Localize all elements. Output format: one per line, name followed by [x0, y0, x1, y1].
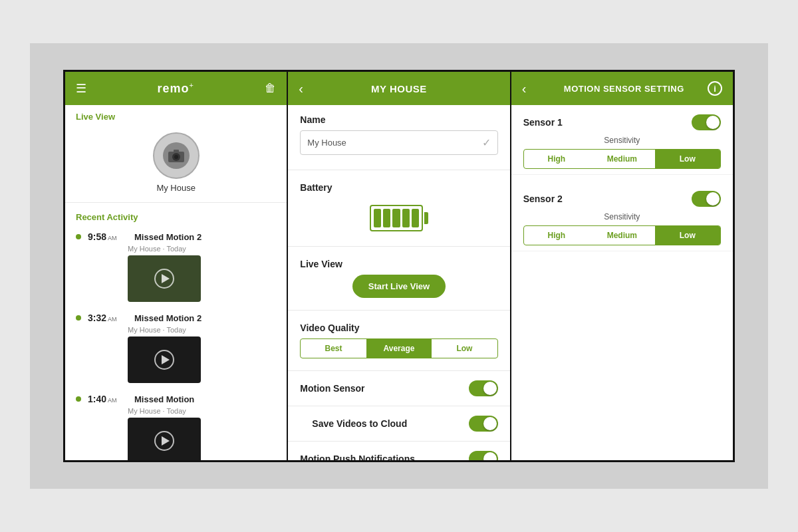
- video-thumb-1[interactable]: [128, 255, 201, 302]
- sensor1-segmented: High Medium Low: [523, 149, 721, 169]
- activity-row-1: 9:58 AM Missed Motion 2: [76, 231, 276, 242]
- name-input-wrap[interactable]: ✓: [300, 130, 497, 155]
- battery-section: Battery: [288, 173, 509, 243]
- motion-sensor-row: Motion Sensor: [288, 374, 509, 403]
- motion-sensor-label: Motion Sensor: [300, 383, 364, 394]
- name-label: Name: [300, 114, 497, 125]
- panel3-back-button[interactable]: ‹: [522, 81, 541, 96]
- panel2-header: ‹ MY HOUSE: [288, 72, 509, 105]
- activity-title-2: Missed Motion 2: [134, 313, 201, 323]
- panel2-back-button[interactable]: ‹: [299, 81, 317, 96]
- logo-text: remo: [157, 82, 189, 95]
- play-triangle-2: [162, 355, 170, 364]
- activity-item-2[interactable]: 3:32 AM Missed Motion 2 My House · Today: [65, 307, 287, 388]
- app-logo: remo+: [86, 81, 265, 96]
- video-quality-low[interactable]: Low: [432, 339, 497, 358]
- video-thumb-2[interactable]: [128, 336, 201, 383]
- play-button-2[interactable]: [154, 350, 174, 370]
- sensor2-section: Sensor 2 Sensitivity High Medium Low: [511, 182, 733, 251]
- divider-live-view: [288, 310, 509, 311]
- divider-sv: [288, 441, 509, 442]
- play-button-3[interactable]: [154, 431, 174, 451]
- divider-battery: [288, 246, 509, 247]
- sensor1-toggle[interactable]: [692, 114, 721, 130]
- motion-push-label: Motion Push Notifications: [300, 454, 415, 460]
- sensor1-sensitivity-label: Sensitivity: [523, 136, 721, 145]
- time-block-2: 3:32 AM: [88, 313, 128, 323]
- motion-sensor-toggle[interactable]: [469, 380, 498, 396]
- activity-dot-3: [76, 396, 81, 402]
- hamburger-icon[interactable]: ☰: [76, 81, 86, 96]
- play-triangle-3: [162, 436, 170, 446]
- time-main-2: 3:32: [88, 313, 106, 323]
- panel2-body: Name ✓ Battery: [288, 105, 509, 460]
- activity-title-1: Missed Motion 2: [134, 232, 201, 242]
- motion-push-row: Motion Push Notifications: [288, 444, 509, 460]
- battery-bar-4: [402, 209, 410, 227]
- camera-thumbnail[interactable]: [153, 132, 200, 179]
- name-section: Name ✓: [288, 105, 509, 167]
- video-thumb-3[interactable]: [128, 418, 201, 460]
- motion-push-toggle[interactable]: [469, 451, 498, 460]
- svg-point-3: [174, 155, 178, 159]
- time-block-3: 1:40 AM: [88, 394, 128, 404]
- sensor2-medium[interactable]: Medium: [589, 226, 654, 245]
- svg-rect-4: [174, 150, 179, 152]
- sensor1-medium[interactable]: Medium: [589, 150, 654, 168]
- video-quality-best[interactable]: Best: [301, 339, 366, 358]
- panel3-header: ‹ MOTION SENSOR SETTING i: [511, 72, 733, 105]
- name-input[interactable]: [307, 138, 481, 148]
- sensor2-low[interactable]: Low: [655, 226, 720, 245]
- sensor2-high[interactable]: High: [524, 226, 589, 245]
- camera-image: [163, 142, 190, 169]
- play-button-1[interactable]: [154, 269, 174, 289]
- battery-cap: [424, 212, 428, 224]
- outer-wrapper: ☰ remo+ 🗑 Live View: [30, 43, 768, 489]
- logo-plus: +: [189, 81, 194, 89]
- panel-motion-sensor: ‹ MOTION SENSOR SETTING i Sensor 1 Sensi…: [511, 72, 733, 460]
- sensor2-toggle[interactable]: [692, 191, 721, 207]
- save-videos-toggle[interactable]: [469, 416, 498, 432]
- activity-sub-2: My House · Today: [76, 326, 276, 334]
- video-quality-average[interactable]: Average: [366, 339, 432, 358]
- sensor1-high[interactable]: High: [524, 150, 589, 168]
- divider-name: [288, 170, 509, 170]
- trash-icon[interactable]: 🗑: [265, 82, 276, 95]
- activity-sub-1: My House · Today: [76, 245, 276, 253]
- activity-title-3: Missed Motion: [134, 394, 194, 404]
- panel2-title: MY HOUSE: [317, 83, 480, 94]
- activity-item-3[interactable]: 1:40 AM Missed Motion My House · Today: [65, 388, 287, 460]
- camera-preview: My House: [65, 126, 287, 200]
- screens-container: ☰ remo+ 🗑 Live View: [63, 70, 735, 462]
- sensor1-low[interactable]: Low: [655, 150, 720, 168]
- video-quality-label: Video Quality: [300, 323, 497, 333]
- battery-bar-2: [383, 209, 390, 227]
- activity-row-3: 1:40 AM Missed Motion: [76, 394, 276, 404]
- activity-sub-3: My House · Today: [76, 407, 276, 415]
- save-videos-row: Save Videos to Cloud: [288, 409, 509, 438]
- play-triangle-1: [162, 274, 170, 283]
- camera-name: My House: [156, 183, 196, 193]
- activity-item-1[interactable]: 9:58 AM Missed Motion 2 My House · Today: [65, 226, 287, 307]
- live-view-label: Live View: [65, 105, 287, 126]
- divider-ms: [288, 406, 509, 406]
- sensor1-label: Sensor 1: [523, 117, 563, 128]
- battery-display: [300, 198, 497, 234]
- recent-activity-label: Recent Activity: [65, 205, 287, 226]
- sensor2-label: Sensor 2: [523, 194, 563, 204]
- time-main-3: 1:40: [88, 394, 106, 404]
- panel1-body: Live View My House Recent Activi: [65, 105, 287, 460]
- panel-my-house: ‹ MY HOUSE Name ✓ Battery: [288, 72, 511, 460]
- panel-live-view: ☰ remo+ 🗑 Live View: [65, 72, 288, 460]
- sensor2-sensitivity-label: Sensitivity: [523, 212, 721, 221]
- divider: [65, 202, 287, 203]
- info-icon[interactable]: i: [708, 81, 722, 96]
- time-ampm-3: AM: [108, 397, 117, 404]
- live-view-label2: Live View: [300, 259, 497, 269]
- activity-dot-1: [76, 234, 81, 239]
- divider-vq: [288, 370, 509, 371]
- sensor2-segmented: High Medium Low: [523, 225, 721, 245]
- time-ampm-2: AM: [108, 316, 117, 323]
- panel3-title: MOTION SENSOR SETTING: [541, 84, 708, 94]
- start-live-view-button[interactable]: Start Live View: [352, 275, 446, 298]
